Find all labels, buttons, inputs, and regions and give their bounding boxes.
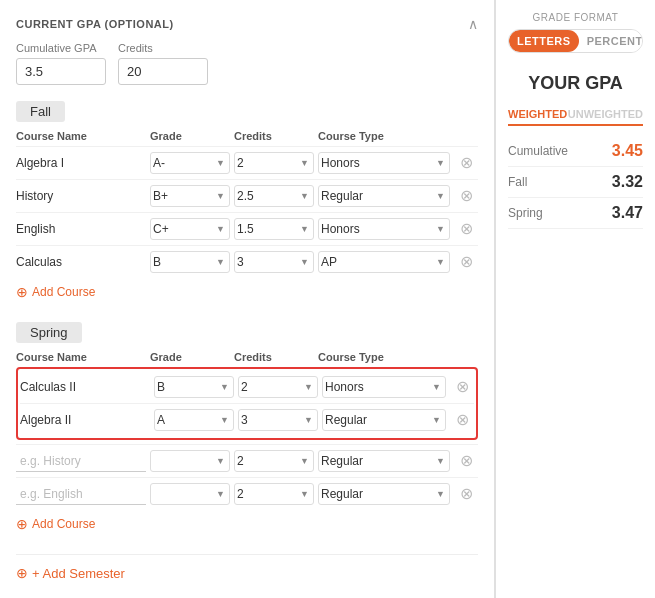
letters-button[interactable]: LETTERS bbox=[509, 30, 579, 52]
gpa-spring-label: Spring bbox=[508, 206, 543, 220]
chevron-down-icon: ▼ bbox=[216, 415, 233, 425]
course-type-select[interactable]: Regular bbox=[319, 484, 432, 504]
grade-select-wrapper: B ▼ bbox=[150, 251, 230, 273]
tab-unweighted[interactable]: UNWEIGHTED bbox=[568, 108, 643, 120]
your-gpa-title: YOUR GPA bbox=[508, 73, 643, 94]
col-course-type: Course Type bbox=[318, 351, 450, 363]
grade-select[interactable] bbox=[151, 484, 212, 504]
grade-select-wrapper: B ▼ bbox=[154, 376, 234, 398]
percentage-button[interactable]: PERCENTAGE bbox=[579, 30, 643, 52]
credits-select[interactable]: 1.5 bbox=[235, 219, 296, 239]
chevron-down-icon: ▼ bbox=[296, 158, 313, 168]
course-type-select-wrapper: Honors ▼ bbox=[318, 218, 450, 240]
course-type-select[interactable]: Regular bbox=[319, 451, 432, 471]
grade-select[interactable] bbox=[151, 451, 212, 471]
credits-select[interactable]: 2 bbox=[235, 484, 296, 504]
grade-select-wrapper: C+ ▼ bbox=[150, 218, 230, 240]
credits-select[interactable]: 3 bbox=[235, 252, 296, 272]
course-name: Calculas bbox=[16, 255, 146, 269]
add-semester-button[interactable]: ⊕ + Add Semester bbox=[16, 554, 478, 591]
course-type-select-wrapper: Honors ▼ bbox=[322, 376, 446, 398]
cumulative-gpa-input[interactable] bbox=[16, 58, 106, 85]
gpa-cumulative-row: Cumulative 3.45 bbox=[508, 136, 643, 167]
credits-select[interactable]: 2 bbox=[239, 377, 300, 397]
remove-course-button[interactable]: ⊗ bbox=[450, 379, 474, 395]
course-name-input[interactable] bbox=[16, 451, 146, 472]
chevron-down-icon: ▼ bbox=[216, 382, 233, 392]
chevron-down-icon: ▼ bbox=[428, 415, 445, 425]
fall-label: Fall bbox=[16, 101, 65, 122]
course-type-select[interactable]: Honors bbox=[319, 153, 432, 173]
plus-circle-icon: ⊕ bbox=[16, 565, 28, 581]
course-type-select[interactable]: Honors bbox=[323, 377, 428, 397]
course-type-wrapper: Regular ▼ bbox=[318, 185, 450, 207]
course-type-select[interactable]: Honors bbox=[319, 219, 432, 239]
credits-select-wrapper: 2 ▼ bbox=[234, 152, 314, 174]
col-course-type: Course Type bbox=[318, 130, 450, 142]
add-course-button-spring[interactable]: ⊕ Add Course bbox=[16, 510, 95, 538]
course-type-select[interactable]: AP bbox=[319, 252, 432, 272]
table-row: Algebra II A ▼ 3 ▼ Regular ▼ bbox=[20, 403, 474, 436]
course-name-input[interactable] bbox=[16, 484, 146, 505]
remove-course-button[interactable]: ⊗ bbox=[454, 486, 478, 502]
course-type-select-wrapper: Regular ▼ bbox=[322, 409, 446, 431]
fall-course-table: Course Name Grade Credits Course Type Al… bbox=[16, 130, 478, 278]
col-credits: Credits bbox=[234, 130, 314, 142]
col-credits: Credits bbox=[234, 351, 314, 363]
grade-select[interactable]: B+ bbox=[151, 186, 212, 206]
add-course-button[interactable]: ⊕ Add Course bbox=[16, 278, 95, 306]
remove-course-button[interactable]: ⊗ bbox=[454, 453, 478, 469]
course-type-select-wrapper: Regular ▼ bbox=[318, 450, 450, 472]
course-type-select-wrapper: Honors ▼ bbox=[318, 152, 450, 174]
chevron-down-icon: ▼ bbox=[212, 224, 229, 234]
chevron-down-icon: ▼ bbox=[212, 191, 229, 201]
grade-select[interactable]: B bbox=[151, 252, 212, 272]
right-panel: GRADE FORMAT LETTERS PERCENTAGE YOUR GPA… bbox=[495, 0, 655, 598]
grade-select[interactable]: B bbox=[155, 377, 216, 397]
col-course-name: Course Name bbox=[16, 351, 146, 363]
grade-select-wrapper: B+ ▼ bbox=[150, 185, 230, 207]
chevron-down-icon: ▼ bbox=[212, 158, 229, 168]
course-type-select[interactable]: Regular bbox=[323, 410, 428, 430]
remove-course-button[interactable]: ⊗ bbox=[454, 221, 478, 237]
course-type-wrapper: Regular ▼ bbox=[318, 483, 450, 505]
credits-select-wrapper: 1.5 ▼ bbox=[234, 218, 314, 240]
plus-circle-icon: ⊕ bbox=[16, 516, 28, 532]
gpa-fall-value: 3.32 bbox=[612, 173, 643, 191]
credits-select[interactable]: 2.5 bbox=[235, 186, 296, 206]
add-semester-label: + Add Semester bbox=[32, 566, 125, 581]
credits-select[interactable]: 3 bbox=[239, 410, 300, 430]
remove-course-button[interactable]: ⊗ bbox=[454, 188, 478, 204]
course-type-wrapper: Honors ▼ bbox=[318, 152, 450, 174]
credits-select[interactable]: 2 bbox=[235, 451, 296, 471]
gpa-cumulative-value: 3.45 bbox=[612, 142, 643, 160]
remove-course-button[interactable]: ⊗ bbox=[450, 412, 474, 428]
grade-select[interactable]: A bbox=[155, 410, 216, 430]
add-course-label: Add Course bbox=[32, 285, 95, 299]
gpa-fall-label: Fall bbox=[508, 175, 527, 189]
collapse-icon[interactable]: ∧ bbox=[468, 16, 478, 32]
chevron-down-icon: ▼ bbox=[296, 191, 313, 201]
chevron-down-icon: ▼ bbox=[296, 257, 313, 267]
course-type-select-wrapper: AP ▼ bbox=[318, 251, 450, 273]
col-course-name: Course Name bbox=[16, 130, 146, 142]
remove-course-button[interactable]: ⊗ bbox=[454, 155, 478, 171]
table-row: Algebra I A- ▼ 2 ▼ Honors ▼ ⊗ bbox=[16, 146, 478, 179]
gpa-spring-row: Spring 3.47 bbox=[508, 198, 643, 229]
course-type-select-wrapper: Regular ▼ bbox=[318, 185, 450, 207]
gpa-tabs: WEIGHTED UNWEIGHTED bbox=[508, 108, 643, 126]
course-type-select[interactable]: Regular bbox=[319, 186, 432, 206]
credits-input[interactable] bbox=[118, 58, 208, 85]
grade-format-buttons: LETTERS PERCENTAGE bbox=[508, 29, 643, 53]
credits-select[interactable]: 2 bbox=[235, 153, 296, 173]
table-row: History B+ ▼ 2.5 ▼ Regular ▼ ⊗ bbox=[16, 179, 478, 212]
grade-select[interactable]: A- bbox=[151, 153, 212, 173]
highlighted-courses-block: Calculas II B ▼ 2 ▼ Honors ▼ bbox=[16, 367, 478, 440]
tab-weighted[interactable]: WEIGHTED bbox=[508, 108, 567, 120]
credits-select-wrapper: 2.5 ▼ bbox=[234, 185, 314, 207]
add-course-label: Add Course bbox=[32, 517, 95, 531]
remove-course-button[interactable]: ⊗ bbox=[454, 254, 478, 270]
grade-select[interactable]: C+ bbox=[151, 219, 212, 239]
course-type-wrapper: Regular ▼ bbox=[318, 450, 450, 472]
plus-circle-icon: ⊕ bbox=[16, 284, 28, 300]
